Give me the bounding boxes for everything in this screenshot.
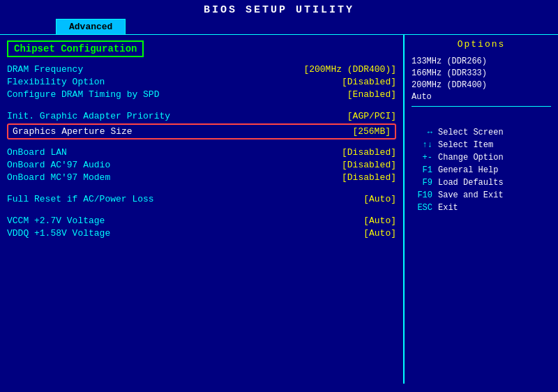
keybind-key: ESC [412,203,432,213]
tab-bar: Advanced [0,19,558,35]
config-label: OnBoard MC'97 Modem [7,172,110,183]
config-row[interactable]: Full Reset if AC/Power Loss [Auto] [7,194,396,204]
config-value: [Auto] [363,216,396,226]
config-label: DRAM Frequency [7,64,83,75]
option-item[interactable]: 200MHz (DDR400) [412,80,551,90]
config-label: OnBoard LAN [7,147,67,158]
config-value: [Disabled] [342,172,396,183]
option-item[interactable]: 166MHz (DDR333) [412,68,551,78]
config-label: Flexibility Option [7,77,105,87]
config-row[interactable]: DRAM Frequency [200MHz (DDR400)] [7,64,396,75]
config-label: Init. Graphic Adapter Priority [7,111,170,121]
keybind-row: +- Change Option [412,153,551,163]
config-value: [Auto] [363,194,396,204]
tab-advanced[interactable]: Advanced [56,19,126,34]
config-row[interactable]: VCCM +2.7V Voltage [Auto] [7,216,396,226]
keybind-key: +- [412,153,432,163]
config-row[interactable]: Flexibility Option [Disabled] [7,77,396,87]
config-value: [Disabled] [342,147,396,158]
config-row[interactable]: OnBoard MC'97 Modem [Disabled] [7,172,396,183]
keybind-key: ↔ [412,128,432,137]
config-row[interactable]: VDDQ +1.58V Voltage [Auto] [7,228,396,239]
divider [412,106,551,107]
keybind-row: F10 Save and Exit [412,190,551,200]
main-layout: Chipset Configuration DRAM Frequency [20… [0,35,558,384]
config-label: Full Reset if AC/Power Loss [7,194,154,204]
option-item[interactable]: 133MHz (DDR266) [412,56,551,66]
config-value: [Enabled] [347,89,396,100]
keybind-key: F9 [412,178,432,188]
config-row[interactable]: Configure DRAM Timing by SPD [Enabled] [7,89,396,100]
keybind-row: ESC Exit [412,203,551,213]
options-title: Options [412,39,551,50]
config-label: VCCM +2.7V Voltage [7,216,105,226]
keybind-key: ↑↓ [412,140,432,150]
left-panel: Chipset Configuration DRAM Frequency [20… [0,35,405,384]
keybind-key: F10 [412,190,432,200]
bios-screen: BIOS SETUP UTILITY Advanced Chipset Conf… [0,0,558,392]
keybind-action: Save and Exit [438,190,504,200]
section-title: Chipset Configuration [7,40,144,57]
config-label: Graphics Aperture Size [13,126,133,137]
config-value: [256MB] [352,126,391,137]
keybind-action: Exit [438,203,458,213]
config-row[interactable]: OnBoard LAN [Disabled] [7,147,396,158]
keybind-row: ↑↓ Select Item [412,140,551,150]
right-panel: Options 133MHz (DDR266)166MHz (DDR333)20… [405,35,558,384]
config-value: [AGP/PCI] [347,111,396,121]
config-label: Configure DRAM Timing by SPD [7,89,159,100]
config-row-highlighted[interactable]: Graphics Aperture Size [256MB] [7,123,396,140]
config-value: [Auto] [363,228,396,239]
keybind-action: Select Screen [438,128,504,137]
config-row[interactable]: OnBoard AC'97 Audio [Disabled] [7,160,396,170]
keybind-row: ↔ Select Screen [412,128,551,137]
bios-title: BIOS SETUP UTILITY [0,0,558,19]
config-row[interactable]: Init. Graphic Adapter Priority [AGP/PCI] [7,111,396,121]
option-item[interactable]: Auto [412,92,551,102]
config-label: OnBoard AC'97 Audio [7,160,110,170]
keybind-key: F1 [412,165,432,175]
config-value: [200MHz (DDR400)] [303,64,396,75]
keybind-row: F1 General Help [412,165,551,175]
options-list: 133MHz (DDR266)166MHz (DDR333)200MHz (DD… [412,56,551,102]
keybind-action: General Help [438,165,498,175]
keybinds-list: ↔ Select Screen ↑↓ Select Item +- Change… [412,128,551,213]
keybind-row: F9 Load Defaults [412,178,551,188]
keybind-action: Select Item [438,140,493,150]
keybind-action: Change Option [438,153,504,163]
config-value: [Disabled] [342,77,396,87]
config-label: VDDQ +1.58V Voltage [7,228,110,239]
keybind-action: Load Defaults [438,178,504,188]
config-rows: DRAM Frequency [200MHz (DDR400)] Flexibi… [7,64,396,239]
title-text: BIOS SETUP UTILITY [204,4,354,16]
config-value: [Disabled] [342,160,396,170]
